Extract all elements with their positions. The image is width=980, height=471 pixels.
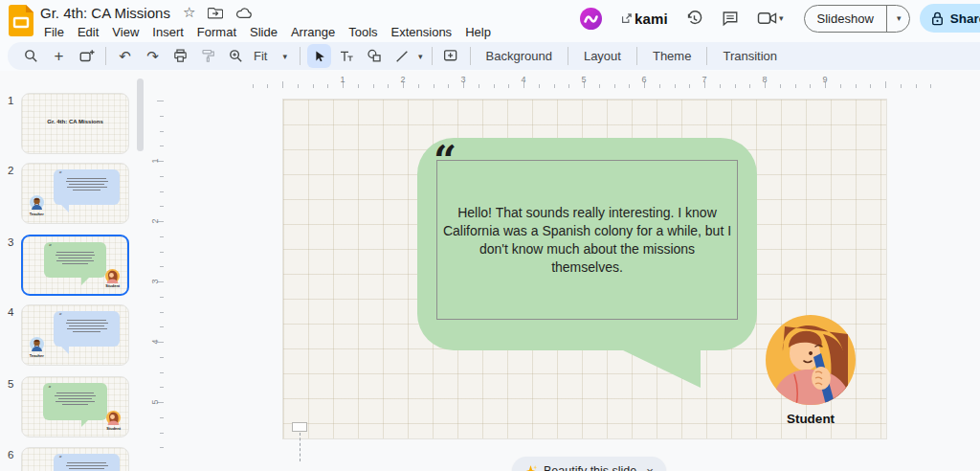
- slideshow-dropdown[interactable]: ▾: [886, 5, 909, 33]
- redo-icon[interactable]: ↷: [141, 44, 165, 68]
- mini-speaker-label: Teacher: [25, 212, 48, 216]
- insert-comment-icon[interactable]: [439, 44, 463, 68]
- toolbar-separator: [706, 47, 707, 65]
- guide-dashed-line: [300, 433, 301, 461]
- google-slides-window: Gr. 4th: CA Missions ☆ FileEditViewInser…: [0, 0, 980, 471]
- menu-bar: FileEditViewInsertFormatSlideArrangeTool…: [40, 23, 498, 41]
- text-box[interactable]: Hello! That sounds really interesting. I…: [436, 160, 738, 320]
- star-icon[interactable]: ☆: [183, 6, 195, 19]
- menu-item-tools[interactable]: Tools: [342, 23, 384, 41]
- slide-number-2: 2: [8, 165, 13, 176]
- thumbnail-title-text: Gr. 4th: CA Missions: [22, 119, 128, 124]
- horizontal-ruler: 123456789: [0, 75, 980, 90]
- slide-thumbnail-3[interactable]: “Student: [21, 235, 129, 296]
- paint-format-icon[interactable]: [196, 44, 220, 68]
- zoom-fit-caret[interactable]: ▾: [282, 52, 287, 61]
- beautify-label: Beautify this slide: [544, 464, 636, 471]
- teacher-mini-avatar: [30, 195, 44, 210]
- bubble-text[interactable]: Hello! That sounds really interesting. I…: [443, 204, 732, 277]
- mini-speaker-label: Student: [102, 426, 125, 431]
- theme-button[interactable]: Theme: [642, 49, 702, 63]
- mini-speaker-label: Teacher: [25, 353, 48, 358]
- transition-button[interactable]: Transition: [712, 49, 788, 63]
- slideshow-button[interactable]: Slideshow ▾: [804, 5, 910, 33]
- background-button[interactable]: Background: [476, 49, 563, 63]
- slide-number-1: 1: [8, 95, 13, 106]
- slide-thumbnail-4[interactable]: “Teacher: [21, 304, 129, 366]
- text-box-tool-icon[interactable]: [335, 44, 359, 68]
- slide-thumbnail-6[interactable]: “: [21, 447, 129, 471]
- select-tool-icon[interactable]: [307, 44, 331, 68]
- meet-camera-icon[interactable]: ▾: [757, 11, 784, 26]
- speech-bubble-tail[interactable]: [621, 349, 701, 388]
- kami-label: kami: [635, 11, 668, 27]
- shape-tool-icon[interactable]: [363, 44, 387, 68]
- slide-number-6: 6: [8, 449, 13, 460]
- slide-number-4: 4: [8, 306, 13, 318]
- move-folder-icon[interactable]: [208, 6, 223, 19]
- vertical-ruler: 12345: [149, 71, 166, 471]
- print-icon[interactable]: [168, 44, 192, 68]
- menu-item-help[interactable]: Help: [458, 23, 498, 41]
- toolbar-separator: [300, 47, 301, 65]
- student-mini-avatar: [105, 269, 120, 283]
- slide-filmstrip: 1Gr. 4th: CA Missions2“Teacher3“Student4…: [0, 71, 149, 471]
- comments-icon[interactable]: [722, 10, 739, 27]
- mote-addon-icon[interactable]: [580, 8, 602, 30]
- slide-thumbnail-1[interactable]: Gr. 4th: CA Missions: [21, 93, 129, 154]
- toolbar-separator: [568, 47, 568, 65]
- lock-icon: [931, 11, 944, 26]
- line-tool-caret[interactable]: ▾: [418, 52, 423, 61]
- workspace: 1Gr. 4th: CA Missions2“Teacher3“Student4…: [0, 71, 980, 471]
- toolbar-separator: [105, 47, 106, 65]
- beautify-close-icon[interactable]: ×: [646, 464, 654, 471]
- search-menus-icon[interactable]: [19, 44, 43, 68]
- share-button[interactable]: Share ▾: [920, 4, 980, 33]
- slide-thumbnail-5[interactable]: “Student: [21, 376, 129, 437]
- slide-thumbnail-2[interactable]: “Teacher: [21, 163, 129, 224]
- zoom-fit-label[interactable]: Fit: [254, 49, 267, 63]
- version-history-icon[interactable]: [685, 10, 703, 28]
- share-label: Share: [950, 11, 980, 26]
- student-avatar[interactable]: [766, 315, 856, 405]
- toolbar-separator: [432, 47, 433, 65]
- toolbar: + ↶ ↷ Fit ▾ ▾: [8, 42, 980, 70]
- new-slide-icon[interactable]: [75, 44, 99, 68]
- slide-number-5: 5: [8, 378, 13, 390]
- toolbar-separator: [470, 47, 471, 65]
- cloud-status-icon[interactable]: [235, 7, 252, 19]
- kami-addon-button[interactable]: kami: [621, 11, 668, 27]
- menu-item-slide[interactable]: Slide: [243, 23, 284, 41]
- speaker-label: Student: [766, 412, 856, 426]
- menu-item-format[interactable]: Format: [190, 23, 243, 41]
- plus-icon[interactable]: +: [47, 44, 71, 68]
- menu-item-file[interactable]: File: [40, 23, 71, 41]
- menu-item-view[interactable]: View: [105, 23, 145, 41]
- teacher-mini-avatar: [30, 337, 44, 351]
- sparkle-icon: [524, 465, 537, 471]
- undo-icon[interactable]: ↶: [113, 44, 137, 68]
- slide-number-3: 3: [8, 236, 13, 248]
- slideshow-label: Slideshow: [805, 11, 886, 26]
- mini-speaker-label: Student: [101, 283, 124, 288]
- header-actions: kami ▾ Slideshow ▾ Share ▾: [580, 0, 980, 36]
- menu-item-extensions[interactable]: Extensions: [385, 23, 459, 41]
- app-header: Gr. 4th: CA Missions ☆ FileEditViewInser…: [0, 0, 980, 40]
- layout-button[interactable]: Layout: [573, 49, 632, 63]
- menu-item-arrange[interactable]: Arrange: [284, 23, 342, 41]
- menu-item-insert[interactable]: Insert: [145, 23, 190, 41]
- beautify-pill[interactable]: Beautify this slide ×: [512, 457, 666, 471]
- placeholder-shape[interactable]: [292, 422, 307, 432]
- camera-dropdown-caret[interactable]: ▾: [779, 13, 784, 23]
- zoom-icon[interactable]: [224, 44, 248, 68]
- toolbar-separator: [636, 47, 637, 65]
- line-tool-icon[interactable]: [390, 44, 414, 68]
- slides-logo-icon[interactable]: [9, 5, 33, 36]
- student-mini-avatar: [106, 411, 121, 425]
- slide-canvas[interactable]: “ Hello! That sounds really interesting.…: [282, 99, 887, 439]
- document-title[interactable]: Gr. 4th: CA Missions: [40, 5, 170, 21]
- menu-item-edit[interactable]: Edit: [71, 23, 105, 41]
